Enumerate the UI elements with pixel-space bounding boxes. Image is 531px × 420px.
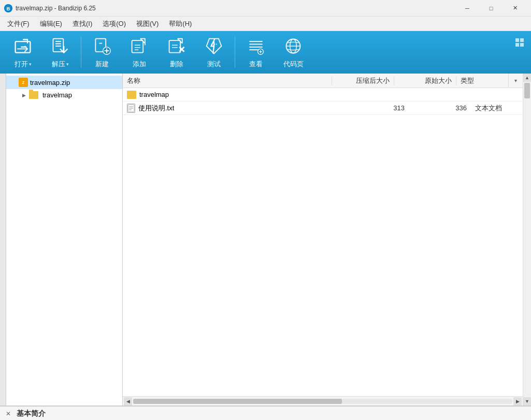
svg-rect-15 (132, 40, 143, 52)
col-name-header: 名称 (123, 76, 332, 85)
toolbar-open-button[interactable]: 打开 ▾ (4, 32, 41, 73)
info-panel-title: 基本简介 (17, 409, 46, 418)
svg-rect-5 (53, 39, 64, 52)
file-name: travelmap (139, 91, 169, 98)
window-controls[interactable]: ─ □ ✕ (455, 0, 527, 17)
toolbar: 打开 ▾ 解压 ▾ (0, 31, 531, 74)
main-content: Z travelmap.zip ▶ travelmap 名称 压缩后大小 原始大… (0, 74, 531, 405)
zip-icon: Z (19, 78, 28, 87)
menu-find[interactable]: 查找(I) (67, 17, 97, 31)
extract-icon (50, 36, 70, 56)
file-name: 使用说明.txt (138, 104, 174, 113)
file-panel: 名称 压缩后大小 原始大小 类型 ▾ travelmap (123, 74, 523, 405)
toolbar-extract-button[interactable]: 解压 ▾ (41, 32, 79, 73)
scroll-right-button[interactable]: ▶ (513, 397, 522, 405)
title-bar-left: B travelmap.zip - Bandizip 6.25 (4, 4, 96, 12)
left-edge (0, 74, 6, 405)
toolbar-separator-1 (81, 37, 81, 68)
scroll-thumb (524, 83, 530, 98)
file-name-cell: 使用说明.txt (123, 104, 347, 113)
view-icon (246, 36, 266, 56)
scroll-track[interactable] (523, 82, 531, 397)
menu-view[interactable]: 视图(V) (131, 17, 164, 31)
menu-bar: 文件(F) 编辑(E) 查找(I) 选项(O) 视图(V) 帮助(H) (0, 17, 531, 31)
table-row[interactable]: travelmap (123, 88, 523, 102)
minimize-button[interactable]: ─ (455, 0, 479, 17)
delete-icon (166, 36, 187, 56)
scroll-down-button[interactable]: ▼ (523, 397, 531, 405)
menu-file[interactable]: 文件(F) (2, 17, 35, 31)
svg-rect-40 (520, 43, 524, 47)
tree-label-zip: travelmap.zip (30, 79, 70, 86)
svg-rect-38 (520, 38, 524, 42)
expand-folder-icon: ▶ (21, 92, 27, 98)
test-icon (204, 36, 224, 56)
maximize-button[interactable]: □ (479, 0, 503, 17)
file-compressed-cell: 313 (347, 104, 409, 112)
scroll-left-button[interactable]: ◀ (124, 397, 132, 405)
add-icon (129, 36, 150, 56)
file-name-cell: travelmap (123, 91, 347, 99)
svg-text:B: B (7, 6, 10, 11)
toolbar-grid-button[interactable] (512, 35, 527, 50)
toolbar-delete-button[interactable]: 删除 (158, 32, 195, 73)
file-list: travelmap 使用说明.t (123, 88, 523, 396)
folder-icon (29, 91, 38, 99)
menu-help[interactable]: 帮助(H) (164, 17, 197, 31)
scroll-up-button[interactable]: ▲ (523, 74, 531, 82)
title-bar: B travelmap.zip - Bandizip 6.25 ─ □ ✕ (0, 0, 531, 17)
menu-options[interactable]: 选项(O) (97, 17, 131, 31)
table-row[interactable]: 使用说明.txt 313 336 文本文档 (123, 102, 523, 115)
toolbar-separator-2 (235, 37, 235, 68)
row-folder-icon (127, 91, 136, 99)
vertical-scrollbar[interactable]: ▲ ▼ (523, 74, 531, 405)
sidebar: Z travelmap.zip ▶ travelmap (6, 74, 123, 405)
info-close-button[interactable]: ✕ (4, 410, 12, 418)
expand-icon (10, 79, 17, 85)
row-txt-icon (127, 104, 135, 113)
svg-text:Z: Z (22, 80, 25, 85)
col-original-header: 原始大小 (394, 76, 456, 85)
file-original-cell: 336 (409, 104, 471, 112)
horizontal-scrollbar[interactable]: ◀ ▶ (123, 396, 523, 405)
toolbar-view-button[interactable]: 查看 (237, 32, 275, 73)
toolbar-test-button[interactable]: 测试 (195, 32, 233, 73)
window-title: travelmap.zip - Bandizip 6.25 (16, 5, 96, 12)
toolbar-new-button[interactable]: 新建 (83, 32, 121, 73)
tree-item-zip[interactable]: Z travelmap.zip (6, 76, 122, 89)
codepage-icon (283, 36, 304, 56)
svg-rect-37 (515, 38, 519, 42)
scroll-track[interactable] (133, 399, 512, 404)
menu-edit[interactable]: 编辑(E) (35, 17, 67, 31)
col-type-header: 类型 (456, 76, 508, 85)
col-compressed-header: 压缩后大小 (332, 76, 394, 85)
close-button[interactable]: ✕ (503, 0, 527, 17)
new-icon (92, 36, 112, 56)
file-type-cell: 文本文档 (471, 104, 523, 113)
info-panel-header: ✕ 基本简介 (0, 407, 531, 420)
toolbar-codepage-button[interactable]: 代码页 (275, 32, 312, 73)
app-icon: B (4, 4, 12, 12)
column-dropdown-button[interactable]: ▾ (508, 74, 523, 88)
svg-rect-39 (515, 43, 519, 47)
svg-rect-20 (169, 40, 181, 52)
column-header: 名称 压缩后大小 原始大小 类型 ▾ (123, 74, 523, 88)
scroll-thumb (133, 399, 342, 404)
toolbar-add-button[interactable]: 添加 (121, 32, 158, 73)
tree-item-folder[interactable]: ▶ travelmap (6, 89, 122, 101)
tree-label-folder: travelmap (42, 91, 72, 99)
info-panel: ✕ 基本简介 工具Travel Map是AE中的模板和脚本（脚本已经破解，亲测可… (0, 405, 531, 420)
open-icon (12, 36, 33, 56)
